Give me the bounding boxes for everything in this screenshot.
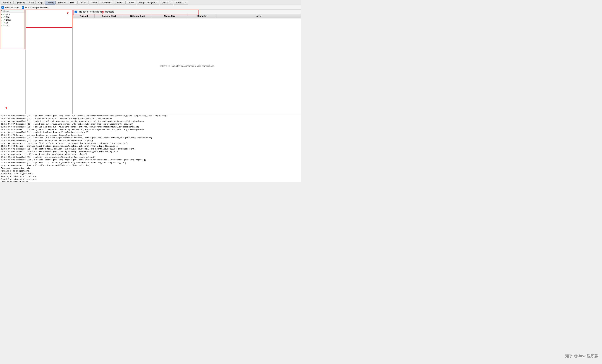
nmethods-button[interactable]: NMethods [99, 1, 113, 5]
log-line: 00:02:44.967 Compiled (C1) : void com.su… [1, 123, 300, 125]
locks-button[interactable]: -Locks (23) [174, 1, 188, 5]
tree-item-jdk[interactable]: ▶✔jdk [0, 21, 25, 24]
compilation-empty: Select a JIT-compiled class member to vi… [73, 19, 301, 114]
tree-arrow: ▶ [1, 19, 3, 21]
log-line: 00:02:44.986 Compiled (C2) : boolean jav… [1, 137, 300, 139]
package-name: jdk [6, 21, 8, 24]
log-line: 00:02:44.977 Compiled (C1) : public bool… [1, 131, 300, 134]
check-icon: ✔ [3, 22, 5, 24]
label-3: 3 [102, 10, 104, 14]
log-line: 00:02:45.006 Compiled (C1) : private fin… [1, 162, 300, 164]
hide-non-jit-checkbox-item[interactable]: Hide non JIT-compiled class members [75, 10, 114, 13]
tree-arrow: ▶ [1, 25, 3, 27]
log-line: 00:02:44.979 Queued : private boolean su… [1, 134, 300, 137]
check-icon: ✔ [3, 16, 5, 18]
log-line: Finished reading log file. [1, 167, 300, 170]
log-line: Finding eliminated allocations [1, 175, 300, 178]
package-name: javax [6, 19, 11, 21]
hide-interfaces-checkbox[interactable] [1, 6, 4, 9]
col-nmethod-emit: NMethod Emit [123, 14, 152, 18]
log-line: 00:02:44.900 Compiled (C1) : private sta… [1, 114, 300, 117]
log-line: 00:02:44.991 Compiled (C1) : protected f… [1, 148, 300, 150]
middle-panel: 2 [26, 10, 72, 114]
log-line: Finding optimised locks [1, 181, 300, 182]
log-line: 00:02:44.992 Queued : private final bool… [1, 145, 300, 147]
col-queued: Queued [73, 14, 95, 18]
log-line: Found 1953 code suggestions. [1, 172, 300, 175]
stop-button[interactable]: Stop [36, 1, 44, 5]
log-area[interactable]: 00:02:44.900 Compiled (C1) : private sta… [0, 114, 301, 182]
tree-arrow: ▶ [1, 22, 3, 24]
tree-item-com[interactable]: ▶✔com [0, 13, 25, 16]
open-log-button[interactable]: Open Log [13, 1, 27, 5]
log-line: 00:02:44.990 Compiled (C1) : private boo… [1, 139, 300, 142]
compilations-panel: Hide non JIT-compiled class members 3 Qu… [73, 10, 301, 114]
log-line: 00:02:45.001 Compiled (C2N) : static nat… [1, 159, 300, 161]
hide-interfaces-checkbox-item[interactable]: Hide interfaces [1, 6, 19, 9]
log-line: 00:02:44.961 Compiled (C1) : final void … [1, 117, 300, 120]
hide-non-jit-label: Hide non JIT-compiled class members [78, 10, 114, 13]
log-line: 00:02:45.000 Queued : public void sun.mi… [1, 153, 300, 156]
histo-button[interactable]: Histo [68, 1, 77, 5]
tree-arrow: ▶ [1, 13, 3, 15]
log-line: 00:02:44.969 Compiled (C1) : public int … [1, 126, 300, 128]
package-name: com [6, 13, 10, 15]
allocs-button[interactable]: -Allocs (7) [160, 1, 173, 5]
main-content: Packages ▶✔com▶✔java▶✔javax▶✔jdk▶✔sun 1 … [0, 10, 301, 182]
log-line: 00:02:44.965 Compiled (C1) : public fina… [1, 120, 300, 123]
check-icon: ✔ [3, 19, 5, 21]
panel-2-outline [26, 10, 72, 28]
col-compiler: Compiler [188, 14, 216, 18]
cache-button[interactable]: Cache [88, 1, 99, 5]
col-native-size: Native Size [152, 14, 188, 18]
compilation-table-header: Queued Compile Start NMethod Emit Native… [73, 14, 301, 19]
toplist-button[interactable]: TopList [77, 1, 88, 5]
tree-item-java[interactable]: ▶✔java [0, 16, 25, 19]
config-button[interactable]: Config [45, 1, 55, 5]
check-icon: ✔ [3, 24, 5, 27]
package-name: sun [6, 24, 9, 27]
suggestions-button[interactable]: Suggestions (1953) [137, 1, 159, 5]
triview-button[interactable]: TriView [125, 1, 136, 5]
tree-item-sun[interactable]: ▶✔sun [0, 24, 25, 27]
check-icon: ✔ [3, 13, 5, 15]
hide-non-jit-checkbox[interactable] [75, 10, 77, 13]
col-compile-start: Compile Start [95, 14, 123, 18]
hide-uncompiled-label: Hide uncompiled classes [25, 6, 49, 9]
log-line: 00:02:44.976 Queued : boolean java.util.… [1, 128, 300, 131]
label-1: 1 [5, 106, 7, 110]
start-button[interactable]: Start [27, 1, 36, 5]
tree-item-javax[interactable]: ▶✔javax [0, 19, 25, 21]
upper-section: Packages ▶✔com▶✔java▶✔javax▶✔jdk▶✔sun 1 … [0, 10, 301, 114]
label-2: 2 [67, 11, 69, 15]
timeline-button[interactable]: Timeline [56, 1, 68, 5]
checkbox-bar: Hide interfaces Hide uncompiled classes [0, 5, 301, 10]
hide-interfaces-label: Hide interfaces [4, 6, 19, 9]
right-checkbox-bar: Hide non JIT-compiled class members 3 [73, 10, 301, 14]
empty-message: Select a JIT-compiled class member to vi… [160, 65, 215, 67]
packages-tree: ▶✔com▶✔java▶✔javax▶✔jdk▶✔sun [0, 13, 25, 27]
col-level: Level [216, 14, 301, 18]
package-name: java [6, 16, 10, 18]
sandbox-button[interactable]: Sandbox [1, 1, 13, 5]
hide-uncompiled-checkbox-item[interactable]: Hide uncompiled classes [22, 6, 49, 9]
tree-arrow: ▶ [1, 16, 3, 18]
hide-uncompiled-checkbox[interactable] [22, 6, 24, 9]
log-line: 00:02:45.001 Compiled (C1) : public void… [1, 156, 300, 159]
log-line: Found 7 eliminated allocations. [1, 178, 300, 181]
log-line: 00:02:44.997 Queued : private final bool… [1, 150, 300, 153]
toolbar: SandboxOpen LogStartStopConfigTimelineHi… [0, 0, 301, 5]
log-line: Finding code suggestions. [1, 170, 300, 172]
log-line: 00:02:44.990 Queued : protected final bo… [1, 142, 300, 145]
threads-button[interactable]: Threads [113, 1, 125, 5]
packages-panel: Packages ▶✔com▶✔java▶✔javax▶✔jdk▶✔sun 1 [0, 10, 25, 114]
log-line: 00:02:45.008 Queued : java.util.Collecti… [1, 164, 300, 167]
packages-header: Packages [0, 10, 25, 13]
